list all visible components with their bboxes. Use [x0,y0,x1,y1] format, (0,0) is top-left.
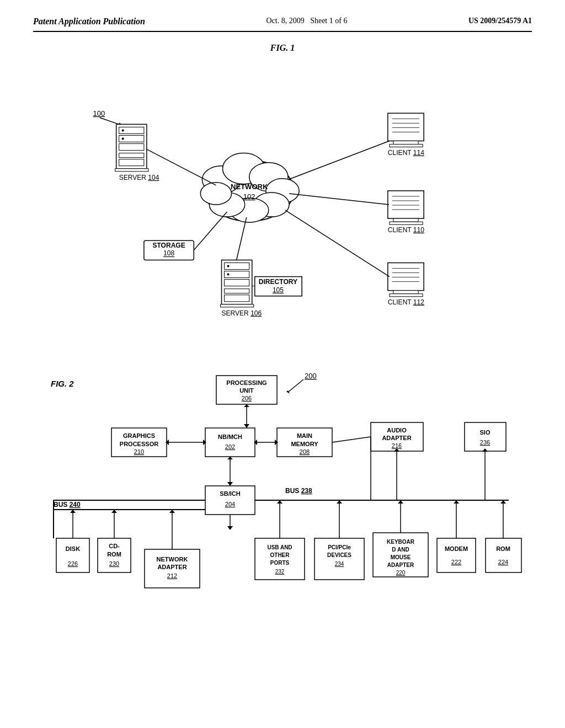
svg-line-68 [237,217,247,260]
svg-text:210: 210 [134,448,144,455]
header-patent: US 2009/254579 A1 [468,17,532,25]
fig2-diagram: FIG. 2 200 PROCESSING UNIT 206 NB/MCH 20… [33,367,532,599]
svg-text:SERVER 104: SERVER 104 [119,174,159,181]
svg-line-55 [194,212,227,250]
svg-text:230: 230 [109,560,119,567]
svg-text:208: 208 [300,448,310,455]
svg-text:202: 202 [225,443,235,450]
header-date: Oct. 8, 2009 [266,17,304,25]
svg-rect-22 [115,169,148,172]
svg-text:224: 224 [498,559,508,565]
svg-text:DIRECTORY: DIRECTORY [259,278,297,286]
svg-point-19 [122,137,124,140]
svg-text:UNIT: UNIT [239,387,254,394]
svg-rect-21 [119,159,144,166]
svg-rect-20 [119,153,144,158]
fig1-diagram: NETWORK 102 100 SERVER 104 [33,58,532,345]
svg-text:CLIENT 112: CLIENT 112 [388,298,424,306]
svg-text:GRAPHICS: GRAPHICS [123,432,155,439]
svg-text:PCI/PCIe: PCI/PCIe [328,544,351,550]
svg-text:DEVICES: DEVICES [327,552,351,558]
header-title: Patent Application Publication [33,17,145,26]
svg-rect-62 [225,289,249,293]
svg-rect-17 [119,144,144,151]
svg-text:204: 204 [225,501,235,507]
svg-text:CLIENT 114: CLIENT 114 [388,149,424,157]
svg-rect-49 [390,294,423,297]
svg-rect-63 [225,295,249,302]
svg-text:220: 220 [396,570,406,576]
svg-rect-170 [486,538,521,572]
svg-rect-43 [388,263,424,290]
svg-text:NB/MCH: NB/MCH [218,433,242,440]
svg-marker-126 [227,526,233,530]
page-header: Patent Application Publication Oct. 8, 2… [33,17,532,32]
svg-marker-80 [244,424,249,428]
svg-text:KEYBOAR: KEYBOAR [387,539,415,545]
svg-text:SIO: SIO [480,429,491,436]
header-sheet: Sheet 1 of 6 [310,17,347,25]
svg-text:102: 102 [243,192,255,201]
svg-text:ADAPTER: ADAPTER [157,564,186,570]
svg-rect-82 [205,428,255,457]
svg-text:BUS 240: BUS 240 [54,501,81,508]
svg-line-33 [288,141,390,180]
svg-rect-31 [390,144,423,147]
svg-text:ROM: ROM [496,545,510,552]
svg-rect-48 [393,291,418,294]
svg-text:ROM: ROM [107,551,121,558]
svg-rect-39 [393,218,418,222]
svg-text:CLIENT 110: CLIENT 110 [388,226,424,234]
header-center: Oct. 8, 2009 Sheet 1 of 6 [266,17,347,25]
svg-text:AUDIO: AUDIO [387,427,407,433]
svg-rect-103 [465,422,506,451]
svg-rect-64 [221,304,254,307]
svg-text:105: 105 [273,286,284,294]
svg-text:OTHER: OTHER [270,552,290,558]
svg-rect-30 [393,141,418,144]
fig2-svg: FIG. 2 200 PROCESSING UNIT 206 NB/MCH 20… [33,367,532,599]
svg-text:ADAPTER: ADAPTER [382,435,411,441]
svg-text:FIG. 2: FIG. 2 [51,379,74,388]
svg-text:PROCESSOR: PROCESSOR [120,441,158,447]
svg-point-8 [200,183,231,205]
svg-point-61 [227,274,230,276]
svg-rect-59 [225,280,249,286]
svg-text:MEMORY: MEMORY [291,441,318,447]
svg-line-42 [289,194,389,205]
svg-point-18 [122,129,124,131]
svg-text:212: 212 [167,572,177,579]
svg-text:232: 232 [275,569,285,575]
svg-text:MOUSE: MOUSE [391,554,411,560]
svg-text:SB/ICH: SB/ICH [220,490,240,497]
svg-rect-34 [388,191,424,218]
svg-text:BUS 238: BUS 238 [285,487,312,495]
svg-text:200: 200 [305,372,317,380]
svg-line-73 [288,379,303,392]
svg-marker-107 [227,482,233,486]
svg-text:STORAGE: STORAGE [152,242,185,249]
svg-text:USB AND: USB AND [267,544,292,550]
svg-text:CD-: CD- [109,543,120,549]
svg-text:234: 234 [335,561,344,567]
svg-text:216: 216 [392,442,402,449]
svg-text:ADAPTER: ADAPTER [387,562,414,568]
svg-text:PORTS: PORTS [270,560,290,566]
svg-line-113 [332,437,371,442]
page: Patent Application Publication Oct. 8, 2… [0,0,565,728]
svg-rect-40 [390,222,423,224]
svg-line-12 [100,117,119,124]
svg-text:226: 226 [68,560,78,567]
svg-text:DISK: DISK [66,545,80,552]
svg-point-60 [227,265,230,267]
svg-text:NETWORK: NETWORK [231,183,268,191]
fig1-svg: NETWORK 102 100 SERVER 104 [33,58,532,345]
svg-text:100: 100 [93,109,105,117]
svg-text:108: 108 [163,249,174,257]
svg-text:PROCESSING: PROCESSING [226,379,266,386]
svg-text:206: 206 [242,395,252,402]
svg-text:D AND: D AND [392,547,409,553]
svg-text:MAIN: MAIN [297,432,312,439]
svg-text:MODEM: MODEM [445,545,468,552]
fig1-title: FIG. 1 [33,43,532,53]
